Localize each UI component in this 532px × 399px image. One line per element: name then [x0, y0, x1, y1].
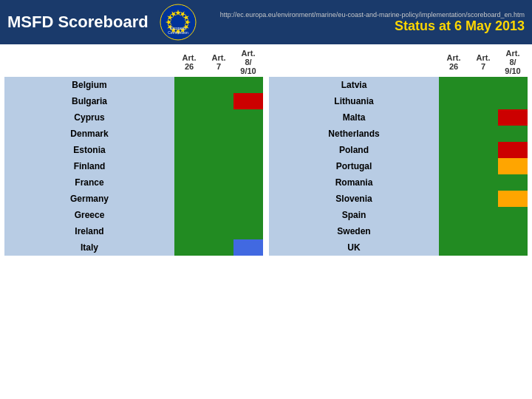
cell-art7 — [468, 174, 498, 191]
country-name: Italy — [4, 239, 174, 256]
left-art26-header: Art.26 — [174, 47, 204, 77]
table-row: Belgium — [4, 77, 263, 93]
country-name: Greece — [4, 207, 174, 223]
cell-art7 — [204, 174, 233, 191]
cell-art26 — [174, 223, 204, 239]
cell-art26 — [174, 77, 204, 93]
country-name: Belgium — [4, 77, 174, 93]
cell-art8 — [498, 239, 528, 256]
table-row: Portugal — [269, 158, 528, 174]
cell-art26 — [439, 77, 468, 93]
country-name: France — [4, 174, 174, 191]
cell-art8 — [498, 126, 528, 142]
cell-art8 — [233, 239, 263, 256]
country-name: UK — [269, 239, 439, 256]
table-row: Latvia — [269, 77, 528, 93]
cell-art8 — [233, 223, 263, 239]
cell-art26 — [174, 207, 204, 223]
right-table-header: Art.26 Art.7 Art.8/9/10 — [269, 47, 528, 77]
cell-art8 — [233, 77, 263, 93]
header: MSFD Scoreboard European Commission — [0, 0, 532, 44]
cell-art8 — [233, 174, 263, 191]
cell-art26 — [439, 223, 468, 239]
cell-art7 — [468, 93, 498, 109]
country-name: Finland — [4, 158, 174, 174]
cell-art7 — [468, 142, 498, 158]
table-row: Bulgaria — [4, 93, 263, 109]
table-row: Lithuania — [269, 93, 528, 109]
table-row: Sweden — [269, 223, 528, 239]
cell-art8 — [498, 77, 528, 93]
cell-art26 — [174, 191, 204, 207]
header-url: http://ec.europa.eu/environment/marine/e… — [220, 11, 525, 18]
country-name: Poland — [269, 142, 439, 158]
cell-art8 — [233, 207, 263, 223]
country-name: Slovenia — [269, 191, 439, 207]
country-name: Malta — [269, 109, 439, 126]
title: MSFD Scoreboard — [7, 13, 149, 32]
cell-art7 — [468, 207, 498, 223]
country-name: Estonia — [4, 142, 174, 158]
cell-art8 — [498, 142, 528, 158]
table-row: UK — [269, 239, 528, 256]
header-status: Status at 6 May 2013 — [395, 18, 525, 34]
cell-art26 — [439, 142, 468, 158]
cell-art8 — [233, 142, 263, 158]
cell-art26 — [174, 109, 204, 126]
cell-art26 — [439, 126, 468, 142]
cell-art7 — [204, 207, 233, 223]
country-name: Romania — [269, 174, 439, 191]
right-art8-header: Art.8/9/10 — [498, 47, 528, 77]
eu-logo-container: European Commission — [156, 4, 200, 40]
country-name: Netherlands — [269, 126, 439, 142]
cell-art7 — [204, 158, 233, 174]
cell-art26 — [174, 142, 204, 158]
cell-art26 — [439, 207, 468, 223]
table-row: Romania — [269, 174, 528, 191]
right-country-header — [269, 47, 439, 77]
cell-art7 — [204, 93, 233, 109]
country-name: Denmark — [4, 126, 174, 142]
cell-art8 — [498, 93, 528, 109]
left-country-header — [4, 47, 174, 77]
cell-art26 — [439, 158, 468, 174]
table-row: Germany — [4, 191, 263, 207]
table-row: France — [4, 174, 263, 191]
cell-art26 — [439, 239, 468, 256]
table-row: Ireland — [4, 223, 263, 239]
left-table-section: Art.26 Art.7 Art.8/9/10 BelgiumBulgariaC… — [4, 47, 263, 256]
table-row: Spain — [269, 207, 528, 223]
cell-art8 — [233, 158, 263, 174]
cell-art26 — [174, 126, 204, 142]
country-name: Portugal — [269, 158, 439, 174]
left-table-header: Art.26 Art.7 Art.8/9/10 — [4, 47, 263, 77]
table-row: Poland — [269, 142, 528, 158]
table-row: Greece — [4, 207, 263, 223]
cell-art7 — [468, 77, 498, 93]
cell-art26 — [174, 174, 204, 191]
cell-art7 — [468, 126, 498, 142]
table-row: Italy — [4, 239, 263, 256]
cell-art26 — [174, 239, 204, 256]
left-art8-header: Art.8/9/10 — [233, 47, 263, 77]
cell-art8 — [233, 126, 263, 142]
country-name: Ireland — [4, 223, 174, 239]
cell-art8 — [498, 158, 528, 174]
table-row: Slovenia — [269, 191, 528, 207]
cell-art26 — [439, 93, 468, 109]
cell-art7 — [204, 239, 233, 256]
cell-art8 — [498, 191, 528, 207]
country-name: Spain — [269, 207, 439, 223]
cell-art8 — [233, 109, 263, 126]
country-name: Cyprus — [4, 109, 174, 126]
svg-text:Commission: Commission — [168, 30, 188, 35]
country-name: Bulgaria — [4, 93, 174, 109]
cell-art7 — [204, 142, 233, 158]
cell-art8 — [498, 207, 528, 223]
table-row: Netherlands — [269, 126, 528, 142]
cell-art7 — [468, 158, 498, 174]
table-row: Malta — [269, 109, 528, 126]
cell-art26 — [439, 174, 468, 191]
table-row: Finland — [4, 158, 263, 174]
cell-art7 — [204, 109, 233, 126]
